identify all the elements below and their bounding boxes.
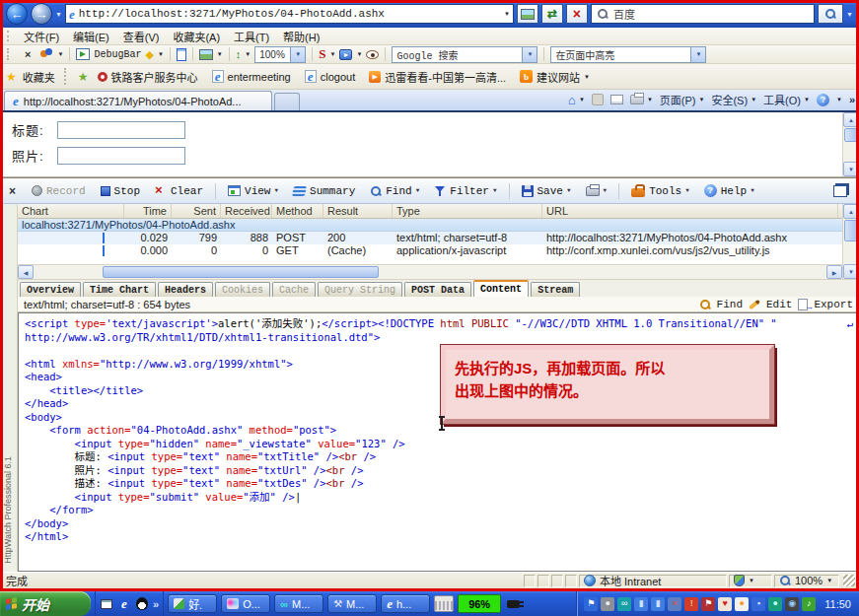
- diamond-caret[interactable]: ▼: [158, 51, 164, 57]
- scroll-up-icon[interactable]: ▲: [843, 112, 859, 127]
- close-panel-button[interactable]: ×: [5, 183, 20, 198]
- taskbar-app-button[interactable]: ∞M...: [274, 594, 323, 613]
- print-button[interactable]: ▼: [630, 95, 653, 104]
- flag-tray-icon[interactable]: ⚑: [701, 597, 715, 611]
- dropdown-caret-icon[interactable]: ▼: [751, 187, 754, 194]
- find-button[interactable]: Find: [717, 299, 743, 310]
- green-tray-icon[interactable]: ♪: [802, 597, 816, 611]
- scroll-left-icon[interactable]: ◀: [18, 265, 34, 279]
- h-scroll-thumb[interactable]: [103, 266, 379, 278]
- start-button[interactable]: 开始: [0, 591, 91, 616]
- diamond-icon[interactable]: ◆: [145, 48, 153, 61]
- highlight-select[interactable]: 在页面中高亮 ▼: [550, 46, 706, 63]
- find-button[interactable]: Find▼: [364, 183, 425, 199]
- address-dropdown-caret[interactable]: ▼: [504, 11, 510, 17]
- history-caret-icon[interactable]: ▼: [55, 11, 62, 18]
- recorder-tray-icon[interactable]: ◉: [785, 597, 799, 611]
- xunlei-tray-icon[interactable]: ∞: [617, 597, 631, 611]
- dropdown-caret-icon[interactable]: ▼: [685, 187, 689, 194]
- show-desktop-button[interactable]: [100, 597, 113, 611]
- favorites-link[interactable]: eentermeeting: [209, 68, 294, 85]
- column-header[interactable]: Chart: [18, 204, 124, 218]
- summary-button[interactable]: Summary: [287, 183, 361, 199]
- page-scrollbar[interactable]: ▲ ▼: [842, 112, 859, 176]
- ie-launch-button[interactable]: e: [117, 597, 131, 611]
- dropdown-caret-icon[interactable]: ▼: [416, 187, 420, 194]
- toolbar-grip-2[interactable]: [7, 48, 12, 61]
- snagit-caret[interactable]: ▼: [329, 51, 335, 57]
- search-options-caret[interactable]: ▼: [846, 11, 853, 18]
- google-search-select[interactable]: Google 搜索 ▼: [392, 46, 537, 63]
- menu-item[interactable]: 帮助(H): [276, 30, 326, 45]
- table-group-row[interactable]: localhost:3271/MyPhotos/04-PhotoAdd.ashx: [18, 219, 842, 232]
- table-scroll-up-icon[interactable]: ▲: [843, 204, 859, 219]
- compatibility-button[interactable]: [517, 4, 538, 24]
- table-scroll-thumb[interactable]: [844, 220, 858, 241]
- search-input[interactable]: 百度: [591, 4, 815, 24]
- debugbar-label[interactable]: DebugBar: [94, 49, 141, 60]
- globe-tray-icon[interactable]: ●: [768, 597, 782, 611]
- translate-icon[interactable]: ▸: [339, 49, 352, 60]
- messenger-tray-icon[interactable]: ⚑: [584, 597, 598, 611]
- request-row[interactable]: 0.029799888POST200text/html; charset=utf…: [18, 232, 842, 244]
- clear-button[interactable]: ×Clear: [149, 182, 209, 199]
- page-scroll-thumb[interactable]: [844, 128, 858, 142]
- menu-item[interactable]: 收藏夹(A): [166, 30, 227, 45]
- dropdown-caret-icon[interactable]: ▼: [567, 187, 571, 194]
- dropdown-caret-icon[interactable]: ▼: [493, 187, 497, 194]
- column-header[interactable]: Received: [221, 204, 272, 218]
- save-button[interactable]: Save▼: [516, 183, 577, 199]
- network-disabled-tray-icon[interactable]: ×: [668, 597, 681, 611]
- table-h-scrollbar[interactable]: ◀ ▶: [18, 264, 842, 279]
- accounts-caret[interactable]: ▼: [57, 51, 63, 57]
- favorites-link[interactable]: eclogout: [302, 68, 358, 85]
- resize-caret[interactable]: ▼: [245, 51, 251, 57]
- zoom-select-caret[interactable]: ▼: [290, 47, 305, 62]
- zoom-select[interactable]: 100% ▼: [254, 46, 306, 63]
- refresh-button[interactable]: ⇄: [541, 4, 563, 24]
- zoom-control[interactable]: 100% ▼: [774, 575, 839, 587]
- request-row[interactable]: 0.00000GET(Cache)application/x-javascrip…: [18, 244, 842, 257]
- links-grip[interactable]: [64, 68, 69, 86]
- screenshot-caret[interactable]: ▼: [217, 51, 223, 57]
- menu-item[interactable]: 工具(T): [227, 30, 276, 45]
- taskbar-app-button[interactable]: ⚒M...: [327, 594, 377, 613]
- favorites-label[interactable]: 收藏夹: [23, 69, 55, 85]
- dropdown-caret-icon[interactable]: ▼: [604, 187, 608, 194]
- resize-grip[interactable]: [843, 575, 855, 586]
- column-header[interactable]: Method: [272, 204, 323, 218]
- tab-content[interactable]: Content: [473, 280, 529, 297]
- link-caret[interactable]: ▼: [584, 74, 590, 80]
- heart-tray-icon[interactable]: ♥: [718, 597, 732, 611]
- highlight-caret[interactable]: ▼: [690, 47, 705, 62]
- scroll-right-icon[interactable]: ▶: [826, 265, 842, 279]
- stop-button[interactable]: Stop: [95, 183, 146, 199]
- menu-item[interactable]: 编辑(E): [66, 30, 116, 45]
- translate-caret[interactable]: ▼: [356, 51, 362, 57]
- favorites-link[interactable]: b建议网站▼: [517, 67, 593, 87]
- column-header[interactable]: Result: [323, 204, 393, 218]
- edit-button[interactable]: Edit: [766, 299, 792, 310]
- tab-headers[interactable]: Headers: [158, 282, 213, 297]
- tools-menu[interactable]: 工具(O)▼: [763, 92, 810, 107]
- favorites-link[interactable]: ▶迅雷看看-中国第一高清...: [366, 67, 509, 87]
- network-tray-icon[interactable]: ▮: [634, 597, 648, 611]
- help-caret[interactable]: ▼: [836, 97, 842, 103]
- page-menu[interactable]: 页面(P)▼: [660, 92, 705, 107]
- qq-launch-button[interactable]: [135, 597, 149, 611]
- add-favorite-icon[interactable]: ★: [78, 70, 89, 84]
- resize-icon[interactable]: ↕: [236, 48, 242, 60]
- column-header[interactable]: Time: [124, 204, 172, 218]
- ball-tray-icon[interactable]: ●: [735, 597, 749, 611]
- tab-post-data[interactable]: POST Data: [404, 282, 471, 297]
- snagit-icon[interactable]: S: [319, 46, 325, 62]
- address-input[interactable]: e http://localhost:3271/MyPhotos/04-Phot…: [65, 4, 514, 24]
- toolbar-grip[interactable]: [7, 31, 12, 42]
- column-header[interactable]: URL: [542, 204, 838, 218]
- menu-item[interactable]: 文件(F): [17, 30, 66, 45]
- view-button[interactable]: View▼: [222, 183, 284, 199]
- google-search-caret[interactable]: ▼: [522, 47, 537, 62]
- favorites-link[interactable]: 铁路客户服务中心: [95, 67, 201, 87]
- table-v-scrollbar[interactable]: ▲ ▼: [842, 204, 859, 279]
- network-2-tray-icon[interactable]: ▮: [651, 597, 665, 611]
